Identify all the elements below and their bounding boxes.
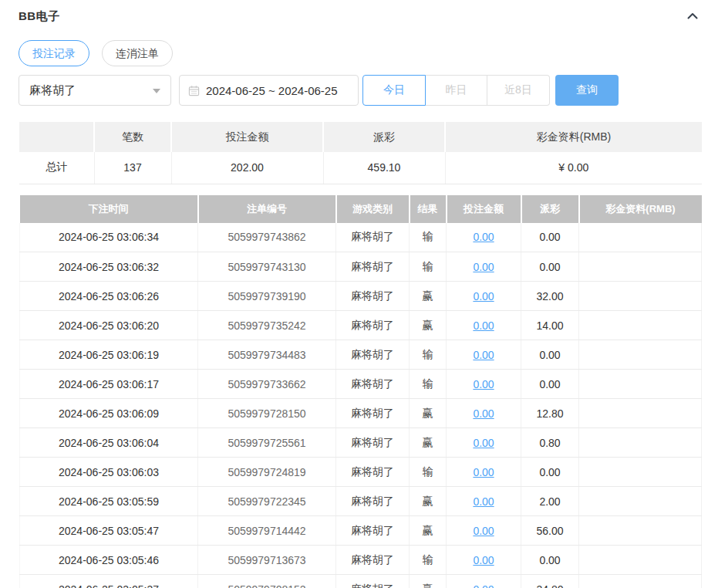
- bet-amount-cell: 0.00: [447, 340, 521, 370]
- records-body: 2024-06-25 03:06:345059979743862麻将胡了输0.0…: [20, 223, 702, 588]
- table-row: 2024-06-25 03:05:465059979713673麻将胡了输0.0…: [20, 546, 702, 575]
- date-range-input[interactable]: 2024-06-25 ~ 2024-06-25: [179, 75, 359, 106]
- bet-time-cell: 2024-06-25 03:06:32: [20, 252, 198, 282]
- order-number-cell: 5059979722345: [198, 487, 336, 516]
- order-number-cell: 5059979714442: [198, 516, 336, 546]
- table-row: 2024-06-25 03:05:375059979708152麻将胡了赢0.0…: [20, 575, 702, 588]
- bet-amount-link[interactable]: 0.00: [473, 495, 494, 508]
- records-header-row: 下注时间注单编号游戏类别结果投注金额派彩彩金资料(RMB): [20, 195, 702, 223]
- table-row: 2024-06-25 03:06:345059979743862麻将胡了输0.0…: [20, 223, 702, 252]
- table-row: 2024-06-25 03:06:095059979728150麻将胡了赢0.0…: [20, 399, 702, 428]
- payout-cell: 0.00: [521, 223, 579, 252]
- order-number-cell: 5059979743130: [198, 252, 336, 282]
- bonus-cell: [579, 340, 702, 370]
- bonus-cell: [579, 575, 702, 588]
- bet-amount-link[interactable]: 0.00: [473, 407, 494, 420]
- quick-range-last8days-button[interactable]: 近8日: [487, 75, 550, 106]
- panel-header: BB电子: [0, 0, 708, 25]
- bet-amount-link[interactable]: 0.00: [473, 261, 494, 273]
- order-number-cell: 5059979713673: [198, 546, 336, 575]
- payout-cell: 2.00: [521, 487, 579, 516]
- result-cell: 赢: [410, 575, 447, 588]
- tab-bar: 投注记录 连消注单: [19, 40, 708, 66]
- bet-amount-link[interactable]: 0.00: [473, 554, 494, 566]
- summary-col-bet-amount: 投注金额: [171, 122, 323, 152]
- bonus-cell: [579, 399, 702, 428]
- bet-amount-link[interactable]: 0.00: [473, 437, 494, 449]
- bet-time-cell: 2024-06-25 03:06:20: [20, 311, 198, 340]
- game-type-cell: 麻将胡了: [336, 282, 410, 311]
- table-row: 2024-06-25 03:06:045059979725561麻将胡了赢0.0…: [20, 428, 702, 458]
- table-row: 2024-06-25 03:06:175059979733662麻将胡了输0.0…: [20, 370, 702, 399]
- bet-amount-link[interactable]: 0.00: [473, 466, 494, 478]
- filter-bar: 麻将胡了 2024-06-25 ~ 2024-06-25 今日 昨日 近8日 查…: [19, 75, 708, 106]
- bet-amount-link[interactable]: 0.00: [473, 319, 494, 332]
- bonus-cell: [579, 311, 702, 340]
- quick-range-today-button[interactable]: 今日: [362, 75, 426, 106]
- summary-total-row: 总计 137 202.00 459.10 ¥ 0.00: [19, 152, 702, 184]
- game-type-cell: 麻将胡了: [336, 458, 410, 487]
- order-number-cell: 5059979739190: [198, 282, 336, 311]
- game-type-cell: 麻将胡了: [336, 546, 410, 575]
- date-range-value: 2024-06-25 ~ 2024-06-25: [206, 84, 338, 97]
- bet-amount-link[interactable]: 0.00: [473, 290, 494, 302]
- search-button[interactable]: 查询: [555, 75, 619, 106]
- order-number-cell: 5059979708152: [198, 575, 336, 588]
- records-column-header: 结果: [410, 195, 447, 223]
- bonus-cell: [579, 487, 702, 516]
- quick-range-group: 今日 昨日 近8日: [362, 75, 550, 106]
- quick-range-yesterday-button[interactable]: 昨日: [426, 75, 487, 106]
- tab-bet-records[interactable]: 投注记录: [19, 40, 89, 66]
- bet-amount-link[interactable]: 0.00: [473, 378, 494, 390]
- game-select[interactable]: 麻将胡了: [19, 75, 171, 106]
- summary-total-bet-amount: 202.00: [171, 152, 323, 184]
- game-type-cell: 麻将胡了: [336, 428, 410, 458]
- bonus-cell: [579, 458, 702, 487]
- game-type-cell: 麻将胡了: [336, 487, 410, 516]
- records-column-header: 彩金资料(RMB): [579, 195, 702, 223]
- payout-cell: 12.80: [521, 399, 579, 428]
- payout-cell: 34.80: [521, 575, 579, 588]
- table-row: 2024-06-25 03:06:035059979724819麻将胡了输0.0…: [20, 458, 702, 487]
- table-row: 2024-06-25 03:06:325059979743130麻将胡了输0.0…: [20, 252, 702, 282]
- records-column-header: 下注时间: [20, 195, 198, 223]
- bet-time-cell: 2024-06-25 03:06:26: [20, 282, 198, 311]
- result-cell: 赢: [410, 282, 447, 311]
- bonus-cell: [579, 252, 702, 282]
- bet-time-cell: 2024-06-25 03:06:09: [20, 399, 198, 428]
- summary-total-bonus: ¥ 0.00: [445, 152, 702, 184]
- game-type-cell: 麻将胡了: [336, 370, 410, 399]
- payout-cell: 0.00: [521, 252, 579, 282]
- order-number-cell: 5059979734483: [198, 340, 336, 370]
- order-number-cell: 5059979724819: [198, 458, 336, 487]
- bet-time-cell: 2024-06-25 03:05:47: [20, 516, 198, 546]
- page-title: BB电子: [19, 9, 60, 24]
- game-select-value: 麻将胡了: [29, 83, 76, 98]
- order-number-cell: 5059979735242: [198, 311, 336, 340]
- bet-amount-link[interactable]: 0.00: [473, 525, 494, 537]
- bet-amount-cell: 0.00: [447, 487, 521, 516]
- result-cell: 输: [410, 252, 447, 282]
- bet-amount-link[interactable]: 0.00: [473, 583, 494, 588]
- payout-cell: 14.00: [521, 311, 579, 340]
- summary-table: 笔数 投注金额 派彩 彩金资料(RMB) 总计 137 202.00 459.1…: [19, 122, 702, 184]
- order-number-cell: 5059979733662: [198, 370, 336, 399]
- bet-amount-cell: 0.00: [447, 575, 521, 588]
- bet-amount-cell: 0.00: [447, 282, 521, 311]
- bet-amount-cell: 0.00: [447, 399, 521, 428]
- payout-cell: 0.00: [521, 546, 579, 575]
- bet-amount-link[interactable]: 0.00: [473, 349, 494, 361]
- chevron-up-icon[interactable]: [683, 8, 702, 25]
- game-type-cell: 麻将胡了: [336, 340, 410, 370]
- chevron-down-icon: [153, 89, 160, 93]
- bet-time-cell: 2024-06-25 03:06:19: [20, 340, 198, 370]
- bet-amount-cell: 0.00: [447, 428, 521, 458]
- game-type-cell: 麻将胡了: [336, 516, 410, 546]
- bet-amount-link[interactable]: 0.00: [473, 231, 494, 243]
- bet-amount-cell: 0.00: [447, 311, 521, 340]
- table-row: 2024-06-25 03:06:195059979734483麻将胡了输0.0…: [20, 340, 702, 370]
- bonus-cell: [579, 370, 702, 399]
- game-type-cell: 麻将胡了: [336, 575, 410, 588]
- records-column-header: 派彩: [521, 195, 579, 223]
- tab-cancelled-orders[interactable]: 连消注单: [102, 40, 173, 66]
